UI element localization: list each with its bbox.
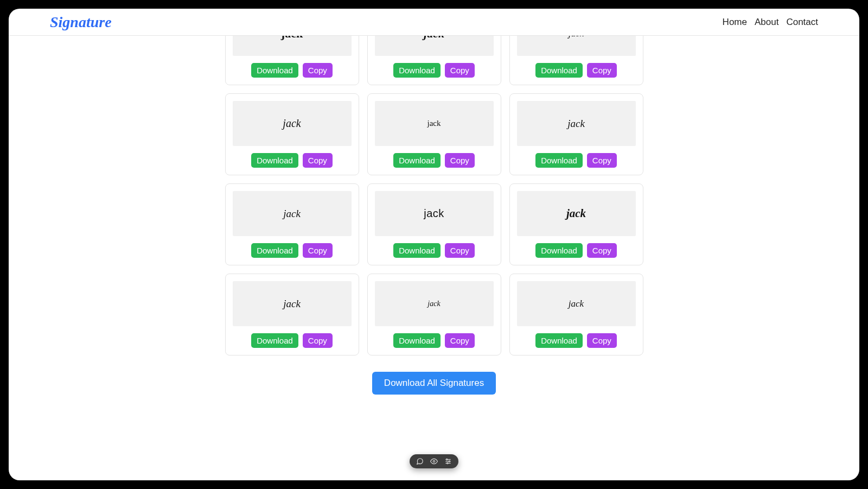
floating-toolbar[interactable] — [410, 454, 458, 468]
app-frame: Signature Home About Contact jackDownloa… — [9, 9, 859, 480]
signature-preview: jack — [517, 101, 636, 146]
signature-preview: jack — [375, 101, 494, 146]
signature-preview: jack — [517, 36, 636, 56]
button-row: DownloadCopy — [535, 153, 617, 168]
signature-preview: jack — [375, 281, 494, 326]
content: jackDownloadCopyjackDownloadCopyjackDown… — [9, 36, 859, 480]
download-button[interactable]: Download — [393, 243, 441, 258]
signature-preview: jack — [375, 36, 494, 56]
svg-point-4 — [446, 459, 448, 460]
button-row: DownloadCopy — [535, 63, 617, 78]
download-button[interactable]: Download — [251, 243, 298, 258]
signature-card: jackDownloadCopy — [509, 183, 643, 265]
download-button[interactable]: Download — [251, 153, 298, 168]
signature-preview: jack — [233, 101, 352, 146]
button-row: DownloadCopy — [251, 153, 333, 168]
button-row: DownloadCopy — [393, 243, 475, 258]
copy-button[interactable]: Copy — [445, 243, 475, 258]
copy-button[interactable]: Copy — [587, 63, 617, 78]
signature-preview: jack — [233, 191, 352, 236]
download-button[interactable]: Download — [251, 63, 298, 78]
signature-card: jackDownloadCopy — [367, 93, 501, 175]
copy-button[interactable]: Copy — [445, 63, 475, 78]
signature-grid: jackDownloadCopyjackDownloadCopyjackDown… — [225, 36, 643, 355]
button-row: DownloadCopy — [251, 333, 333, 348]
button-row: DownloadCopy — [535, 243, 617, 258]
chat-icon[interactable] — [416, 458, 424, 465]
signature-card: jackDownloadCopy — [509, 93, 643, 175]
signature-preview: jack — [517, 191, 636, 236]
signature-preview: jack — [233, 36, 352, 56]
copy-button[interactable]: Copy — [303, 333, 333, 348]
logo[interactable]: Signature — [50, 14, 112, 31]
signature-card: jackDownloadCopy — [367, 274, 501, 355]
signature-card: jackDownloadCopy — [509, 36, 643, 85]
nav-about[interactable]: About — [755, 17, 778, 28]
signature-card: jackDownloadCopy — [225, 274, 359, 355]
button-row: DownloadCopy — [393, 63, 475, 78]
download-button[interactable]: Download — [535, 243, 583, 258]
svg-point-0 — [433, 460, 435, 462]
signature-preview: jack — [517, 281, 636, 326]
download-button[interactable]: Download — [535, 153, 583, 168]
copy-button[interactable]: Copy — [587, 153, 617, 168]
copy-button[interactable]: Copy — [303, 63, 333, 78]
button-row: DownloadCopy — [251, 243, 333, 258]
download-button[interactable]: Download — [535, 63, 583, 78]
copy-button[interactable]: Copy — [445, 153, 475, 168]
download-button[interactable]: Download — [393, 333, 441, 348]
scroll-area[interactable]: jackDownloadCopyjackDownloadCopyjackDown… — [9, 36, 859, 480]
nav-contact[interactable]: Contact — [786, 17, 818, 28]
download-button[interactable]: Download — [251, 333, 298, 348]
svg-point-5 — [449, 461, 450, 462]
download-button[interactable]: Download — [535, 333, 583, 348]
navbar: Signature Home About Contact — [9, 9, 859, 36]
button-row: DownloadCopy — [393, 153, 475, 168]
copy-button[interactable]: Copy — [587, 333, 617, 348]
copy-button[interactable]: Copy — [587, 243, 617, 258]
signature-card: jackDownloadCopy — [367, 183, 501, 265]
button-row: DownloadCopy — [251, 63, 333, 78]
signature-preview: jack — [233, 281, 352, 326]
nav-links: Home About Contact — [723, 17, 818, 28]
download-button[interactable]: Download — [393, 63, 441, 78]
copy-button[interactable]: Copy — [445, 333, 475, 348]
button-row: DownloadCopy — [535, 333, 617, 348]
signature-card: jackDownloadCopy — [225, 36, 359, 85]
nav-home[interactable]: Home — [723, 17, 747, 28]
download-button[interactable]: Download — [393, 153, 441, 168]
eye-icon[interactable] — [430, 458, 438, 465]
signature-preview: jack — [375, 191, 494, 236]
copy-button[interactable]: Copy — [303, 243, 333, 258]
sliders-icon[interactable] — [444, 458, 452, 465]
button-row: DownloadCopy — [393, 333, 475, 348]
signature-card: jackDownloadCopy — [509, 274, 643, 355]
signature-card: jackDownloadCopy — [225, 183, 359, 265]
download-all-button[interactable]: Download All Signatures — [372, 372, 496, 395]
signature-card: jackDownloadCopy — [367, 36, 501, 85]
copy-button[interactable]: Copy — [303, 153, 333, 168]
signature-card: jackDownloadCopy — [225, 93, 359, 175]
svg-point-6 — [447, 462, 448, 463]
